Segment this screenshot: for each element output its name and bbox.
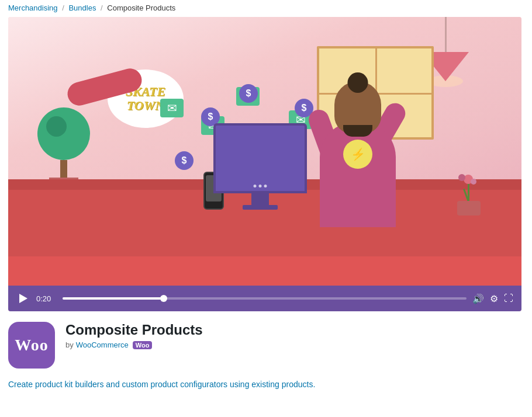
- video-illustration[interactable]: SKATE TOWN $ $ $ $ $: [8, 17, 521, 286]
- volume-button[interactable]: 🔊: [472, 293, 484, 304]
- breadcrumb-current: Composite Products: [107, 4, 175, 12]
- svg-point-3: [458, 174, 465, 181]
- floor-strip: [8, 256, 521, 286]
- email-icon-1: [160, 99, 184, 117]
- breadcrumb-sep-1: /: [62, 4, 64, 12]
- play-button[interactable]: [16, 291, 30, 305]
- woo-icon: Woo: [8, 322, 55, 369]
- breadcrumb: Merchandising / Bundles / Composite Prod…: [0, 0, 532, 17]
- flowers-prop: [451, 169, 486, 216]
- svg-rect-5: [457, 201, 481, 216]
- play-icon: [19, 294, 27, 303]
- product-description: Create product kit builders and custom p…: [0, 376, 468, 402]
- woo-badge-text: Woo: [136, 342, 150, 349]
- product-author: by WooCommerce Woo: [65, 340, 524, 349]
- video-player: SKATE TOWN $ $ $ $ $: [8, 17, 521, 311]
- time-display: 0:20: [36, 294, 57, 303]
- video-controls-bar: 0:20 🔊 ⚙ ⛶: [8, 286, 521, 311]
- progress-fill: [63, 297, 164, 300]
- monitor-prop: [213, 123, 307, 210]
- breadcrumb-bundles[interactable]: Bundles: [68, 4, 96, 12]
- woo-icon-text: Woo: [15, 336, 48, 355]
- description-text: Create product kit builders and custom p…: [8, 380, 315, 389]
- progress-handle[interactable]: [160, 295, 167, 302]
- product-info: Woo Composite Products by WooCommerce Wo…: [0, 311, 532, 376]
- svg-point-4: [471, 179, 476, 185]
- coin-icon-1: $: [239, 84, 258, 103]
- product-title: Composite Products: [65, 322, 524, 338]
- settings-button[interactable]: ⚙: [490, 293, 498, 304]
- person-character: ⚡: [299, 64, 416, 227]
- fullscreen-button[interactable]: ⛶: [504, 293, 513, 304]
- author-prefix: by: [65, 340, 74, 349]
- author-link[interactable]: WooCommerce: [76, 340, 129, 349]
- breadcrumb-merchandising[interactable]: Merchandising: [8, 4, 58, 12]
- progress-bar[interactable]: [63, 297, 467, 300]
- breadcrumb-sep-2: /: [101, 4, 103, 12]
- coin-icon-3: $: [175, 151, 194, 170]
- product-details: Composite Products by WooCommerce Woo: [65, 322, 524, 349]
- woo-badge: Woo: [133, 341, 153, 349]
